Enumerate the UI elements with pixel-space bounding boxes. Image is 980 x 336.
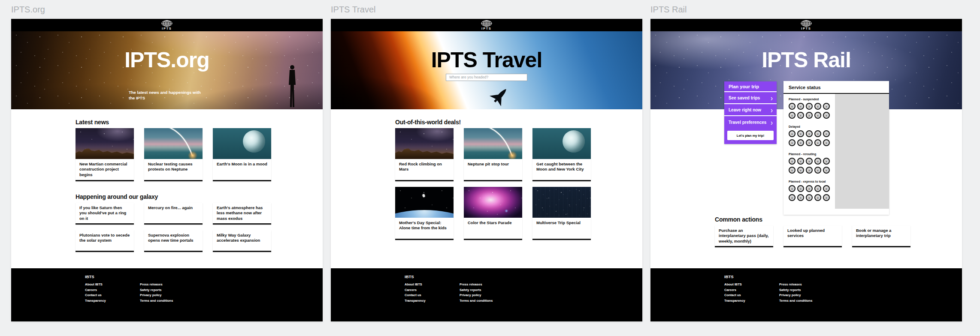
chevron-right-icon: ›	[771, 118, 773, 126]
footer-link[interactable]: Contact us	[85, 293, 140, 297]
rocket-trail	[464, 128, 522, 159]
card-title: Red Rock climbing on Mars	[395, 159, 454, 180]
footer-link[interactable]: Careers	[724, 288, 779, 292]
service-status-body: Planned - suspended xxxxx xxxxx Delayed …	[783, 94, 889, 201]
news-cards-row: New Martian commercial construction proj…	[76, 128, 271, 181]
footer-link[interactable]: Privacy policy	[779, 293, 834, 297]
menu-item-leave-now[interactable]: Leave right now ›	[724, 104, 777, 116]
line-status-icon: x	[823, 130, 830, 137]
action-card[interactable]: Book or manage a interplanetary trip	[852, 225, 910, 247]
plan-trip-menu: Plan your trip See saved trips › Leave r…	[724, 81, 777, 144]
footer-column: Press releases Safety reports Privacy po…	[779, 282, 834, 304]
footer-link[interactable]: About IBTS	[85, 282, 140, 286]
line-status-icon: x	[823, 139, 830, 146]
map-placeholder	[835, 94, 889, 209]
deal-card[interactable]: Color the Stars Parade	[464, 187, 522, 240]
deal-card[interactable]: Multiverse Trip Special	[532, 187, 591, 240]
service-status-title: Service status	[783, 81, 889, 94]
line-status-icon: x	[797, 112, 804, 119]
deal-card[interactable]: Neptune pit stop tour	[464, 128, 522, 181]
action-card[interactable]: Purchase an interplanetary pass (daily, …	[715, 225, 773, 247]
line-status-icon: x	[823, 158, 830, 165]
footer-column: Press releases Safety reports Privacy po…	[140, 282, 195, 304]
deal-card[interactable]: Mother's Day Special: Alone time from th…	[395, 187, 454, 240]
card-image-nebula	[464, 187, 522, 218]
site-footer: IBTS About IBTS Careers Contact us Trans…	[11, 268, 323, 321]
footer-column: About IBTS Careers Contact us Transparen…	[85, 282, 140, 304]
plan-my-trip-button[interactable]: Let's plan my trip!	[727, 131, 774, 140]
footer-link[interactable]: Privacy policy	[140, 293, 195, 297]
deals-cards-row: Mother's Day Special: Alone time from th…	[395, 187, 591, 240]
destination-search-input[interactable]	[446, 74, 527, 81]
line-status-icon: x	[789, 130, 795, 137]
footer-link[interactable]: Press releases	[460, 282, 514, 286]
deal-card[interactable]: Get caught between the Moon and New York…	[532, 128, 591, 181]
line-status-icon: x	[806, 194, 813, 201]
footer-link[interactable]: Careers	[85, 288, 140, 292]
footer-link[interactable]: Safety reports	[460, 288, 514, 292]
footer-link[interactable]: Terms and conditions	[779, 299, 834, 303]
artboard-label-ipts-org[interactable]: IPTS.org	[11, 5, 45, 15]
line-status-icon: x	[814, 194, 821, 201]
globe-icon	[161, 20, 173, 27]
news-card[interactable]: Earth's Moon is in a mood	[213, 128, 271, 181]
chevron-right-icon: ›	[771, 94, 773, 102]
line-status-icon: x	[797, 185, 804, 192]
headline-card[interactable]: Plutonians vote to secede the solar syst…	[76, 230, 134, 252]
footer-link[interactable]: Transparency	[405, 299, 460, 303]
menu-item-travel-preferences[interactable]: Travel preferences ›	[724, 116, 777, 128]
headline-card[interactable]: Supernova explosion opens new time porta…	[144, 230, 203, 252]
hero-title: IPTS Travel	[331, 50, 642, 71]
headline-card[interactable]: Milky Way Galaxy accelerates expansion	[213, 230, 271, 252]
footer-link[interactable]: Safety reports	[779, 288, 834, 292]
footer-link[interactable]: About IBTS	[724, 282, 779, 286]
ipts-logo[interactable]: IPTS	[161, 20, 173, 30]
logo-text: IPTS	[481, 27, 492, 30]
headline-card[interactable]: Earth's atmosphere has less methane now …	[213, 203, 271, 225]
footer-link[interactable]: Transparency	[85, 299, 140, 303]
line-status-icon: x	[797, 139, 804, 146]
footer-link[interactable]: Terms and conditions	[460, 299, 514, 303]
line-status-icon: x	[806, 112, 813, 119]
ipts-logo[interactable]: IPTS	[481, 20, 493, 30]
footer-link[interactable]: Contact us	[724, 293, 779, 297]
footer-link[interactable]: Privacy policy	[460, 293, 514, 297]
footer-link[interactable]: Contact us	[405, 293, 460, 297]
site-footer: IBTS About IBTS Careers Contact us Trans…	[650, 268, 962, 321]
footer-link[interactable]: Press releases	[779, 282, 834, 286]
astronaut-figure	[422, 194, 425, 198]
menu-item-saved-trips[interactable]: See saved trips ›	[724, 92, 777, 104]
line-status-icon: x	[823, 103, 830, 110]
card-title: Mother's Day Special: Alone time from th…	[395, 218, 454, 239]
card-image-multiverse	[532, 187, 591, 218]
headline-card[interactable]: Mercury on fire... again	[144, 203, 203, 225]
hero-tagline: The latest news and happenings with the …	[129, 90, 202, 101]
footer-column: About IBTS Careers Contact us Transparen…	[405, 282, 460, 304]
footer-link[interactable]: Careers	[405, 288, 460, 292]
page-content: Out-of-this-world deals! Red Rock climbi…	[331, 109, 642, 240]
line-status-icon: x	[814, 130, 821, 137]
artboard-label-ipts-rail[interactable]: IPTS Rail	[650, 5, 687, 15]
galaxy-cards-row: If you like Saturn then you should've pu…	[76, 203, 271, 225]
headline-card[interactable]: If you like Saturn then you should've pu…	[76, 203, 134, 225]
footer-brand: IBTS	[405, 274, 642, 279]
news-card[interactable]: New Martian commercial construction proj…	[76, 128, 134, 181]
card-image-moon	[213, 128, 271, 159]
line-status-icon: x	[814, 167, 821, 174]
line-status-icon: x	[797, 194, 804, 201]
card-image-moon	[532, 128, 591, 159]
artboard-label-ipts-travel[interactable]: IPTS Travel	[331, 5, 375, 15]
deal-card[interactable]: Red Rock climbing on Mars	[395, 128, 454, 181]
footer-link[interactable]: Terms and conditions	[140, 299, 195, 303]
footer-link[interactable]: About IBTS	[405, 282, 460, 286]
footer-link[interactable]: Press releases	[140, 282, 195, 286]
footer-link[interactable]: Transparency	[724, 299, 779, 303]
moon-graphic	[563, 130, 585, 153]
menu-item-label: See saved trips	[729, 96, 760, 100]
line-status-icon: x	[814, 185, 821, 192]
footer-link[interactable]: Safety reports	[140, 288, 195, 292]
news-card[interactable]: Nuclear testing causes protests on Neptu…	[144, 128, 203, 181]
ipts-logo[interactable]: IPTS	[800, 20, 812, 30]
chevron-right-icon: ›	[771, 106, 773, 114]
action-card[interactable]: Looked up planned services	[783, 225, 842, 247]
